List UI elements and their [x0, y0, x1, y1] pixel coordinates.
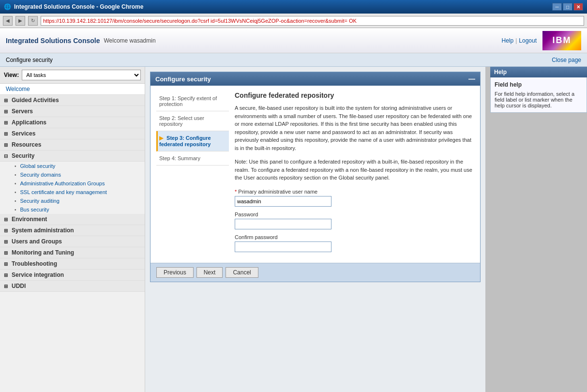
step1-item[interactable]: Step 1: Specify extent of protection: [156, 91, 229, 111]
expand-icon: ⊞: [4, 239, 8, 244]
titlebar-text: Integrated Solutions Console - Google Ch…: [14, 3, 143, 10]
form-column: Configure federated repository A secure,…: [235, 91, 474, 257]
password-input[interactable]: [235, 219, 331, 229]
view-label: View:: [4, 72, 19, 78]
titlebar: 🌐 Integrated Solutions Console - Google …: [0, 0, 587, 14]
expand-icon: ⊞: [4, 217, 8, 222]
sidebar-item-servers[interactable]: ⊞ Servers: [0, 106, 145, 117]
expand-icon: ⊞: [4, 228, 8, 233]
refresh-button[interactable]: ↻: [28, 16, 38, 26]
step2-item[interactable]: Step 2: Select user repository: [156, 111, 229, 131]
panel-body: Step 1: Specify extent of protection Ste…: [151, 86, 480, 263]
next-button[interactable]: Next: [196, 267, 223, 278]
confirm-password-label: Confirm password: [235, 234, 474, 240]
app-header: Integrated Solutions Console Welcome was…: [0, 28, 587, 53]
confirm-password-field: Confirm password: [235, 234, 474, 252]
help-field-desc: For field help information, select a fie…: [495, 91, 583, 108]
sidebar-item-service-integration[interactable]: ⊞ Service integration: [0, 270, 145, 281]
sidebar-item-system-admin[interactable]: ⊞ System administration: [0, 225, 145, 236]
form-title: Configure federated repository: [235, 91, 474, 99]
password-label: Password: [235, 211, 474, 217]
sidebar: View: All tasks Welcome ⊞ Guided Activit…: [0, 67, 145, 392]
page-title-bar: Configure security Close page: [0, 53, 587, 67]
addressbar: ◀ ▶ ↻: [0, 14, 587, 28]
admin-username-field: Primary administrative user name: [235, 189, 474, 207]
admin-username-label: Primary administrative user name: [235, 189, 474, 195]
main-layout: View: All tasks Welcome ⊞ Guided Activit…: [0, 67, 587, 392]
expand-icon: ⊞: [4, 131, 8, 136]
previous-button[interactable]: Previous: [156, 267, 194, 278]
sidebar-item-environment[interactable]: ⊞ Environment: [0, 214, 145, 225]
sidebar-item-security-domains[interactable]: Security domains: [0, 170, 145, 179]
help-link[interactable]: Help: [501, 37, 513, 44]
minimize-button[interactable]: ─: [552, 3, 562, 11]
sidebar-item-uddi[interactable]: ⊞ UDDI: [0, 281, 145, 292]
expand-icon: ⊞: [4, 120, 8, 125]
window-controls: ─ □ ✕: [552, 3, 583, 11]
buttons-row: Previous Next Cancel: [151, 263, 480, 282]
page-title: Configure security: [6, 57, 53, 63]
back-button[interactable]: ◀: [3, 16, 13, 26]
sidebar-item-security-auditing[interactable]: Security auditing: [0, 196, 145, 205]
header-links: Help | Logout: [501, 37, 537, 44]
expand-icon: ⊞: [4, 98, 8, 103]
panel-title: Configure security: [155, 75, 211, 83]
sidebar-item-ssl-cert[interactable]: SSL certificate and key management: [0, 188, 145, 196]
confirm-password-input[interactable]: [235, 241, 331, 252]
sidebar-item-applications[interactable]: ⊞ Applications: [0, 117, 145, 128]
help-header: Help: [490, 67, 587, 77]
app-title: Integrated Solutions Console: [6, 37, 100, 45]
sidebar-item-resources[interactable]: ⊞ Resources: [0, 139, 145, 151]
help-field-title: Field help: [495, 81, 583, 88]
expand-icon: ⊞: [4, 250, 8, 256]
help-body: Field help For field help information, s…: [490, 77, 587, 113]
password-field: Password: [235, 211, 474, 229]
forward-button[interactable]: ▶: [15, 16, 25, 26]
view-row: View: All tasks: [0, 67, 145, 84]
ibm-logo: IBM: [542, 31, 581, 50]
steps-column: Step 1: Specify extent of protection Ste…: [156, 91, 229, 257]
expand-icon: ⊞: [4, 109, 8, 114]
address-input[interactable]: [41, 16, 584, 26]
browser-icon: 🌐: [4, 3, 11, 10]
form-note: Note: Use this panel to configure a fede…: [235, 158, 474, 182]
admin-username-input[interactable]: [235, 196, 331, 207]
sidebar-item-global-security[interactable]: Global security: [0, 162, 145, 170]
maximize-button[interactable]: □: [563, 3, 572, 11]
sidebar-item-troubleshooting[interactable]: ⊞ Troubleshooting: [0, 258, 145, 270]
content-area: Configure security — Step 1: Specify ext…: [145, 67, 485, 392]
view-select[interactable]: All tasks: [22, 70, 141, 80]
panel-close-button[interactable]: —: [468, 75, 475, 83]
close-page-link[interactable]: Close page: [552, 57, 581, 63]
step4-item[interactable]: Step 4: Summary: [156, 151, 229, 166]
sidebar-item-welcome[interactable]: Welcome: [0, 84, 145, 95]
expand-icon: ⊞: [4, 142, 8, 148]
step3-item[interactable]: ▶ Step 3: Configure federated repository: [156, 131, 229, 151]
configure-security-panel: Configure security — Step 1: Specify ext…: [150, 72, 481, 282]
sidebar-item-services[interactable]: ⊞ Services: [0, 128, 145, 139]
logout-link[interactable]: Logout: [519, 37, 537, 44]
welcome-text: Welcome wasadmin: [104, 37, 155, 44]
form-description: A secure, file-based user repository is …: [235, 104, 474, 152]
step-arrow: ▶: [159, 135, 163, 141]
sidebar-item-bus-security[interactable]: Bus security: [0, 205, 145, 214]
sidebar-item-guided[interactable]: ⊞ Guided Activities: [0, 95, 145, 106]
expand-icon: ⊞: [4, 284, 8, 289]
expand-icon: ⊞: [4, 261, 8, 267]
sidebar-item-security[interactable]: ⊟ Security: [0, 151, 145, 162]
sidebar-item-users-groups[interactable]: ⊞ Users and Groups: [0, 236, 145, 247]
expand-icon: ⊞: [4, 272, 8, 278]
help-panel: Help Field help For field help informati…: [490, 67, 587, 392]
expand-icon: ⊟: [4, 153, 8, 159]
sidebar-item-monitoring[interactable]: ⊞ Monitoring and Tuning: [0, 247, 145, 258]
panel-header: Configure security —: [151, 72, 480, 86]
cancel-button[interactable]: Cancel: [226, 267, 258, 278]
sidebar-item-admin-auth-groups[interactable]: Administrative Authorization Groups: [0, 179, 145, 188]
close-button[interactable]: ✕: [573, 3, 583, 11]
